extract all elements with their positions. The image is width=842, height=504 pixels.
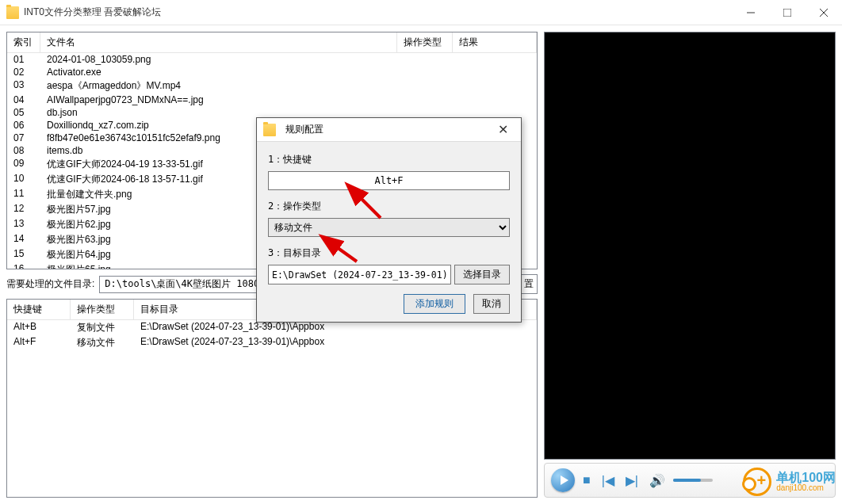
table-row[interactable]: 012024-01-08_103059.png [7,53,537,66]
dialog-titlebar[interactable]: 规则配置 ✕ [257,118,521,142]
label-hotkey: 1：快捷键 [268,153,510,166]
dialog-close-button[interactable]: ✕ [492,122,515,137]
table-row[interactable]: 04AIWallpaperjpg0723_NDMxNA==.jpg [7,94,537,106]
file-table-header: 索引 文件名 操作类型 结果 [7,32,537,53]
maximize-button[interactable] [769,0,806,25]
targetdir-input[interactable] [268,265,451,284]
play-button[interactable] [551,468,575,492]
dialog-icon [263,124,276,136]
minimize-button[interactable] [733,0,769,25]
watermark: 单机100网 danji100.com [743,468,836,496]
path-truncated-button[interactable]: 置 [520,274,538,294]
prev-button[interactable]: |◀ [599,473,618,488]
col-operation[interactable]: 操作类型 [397,32,453,52]
dialog-title: 规则配置 [285,123,323,136]
rule-config-dialog: 规则配置 ✕ 1：快捷键 2：操作类型 移动文件 3：目标目录 选择目录 添加规… [256,117,522,323]
col-hotkey[interactable]: 快捷键 [7,300,71,319]
window-title: INT0文件分类整理 吾爱破解论坛 [24,6,161,19]
col-index[interactable]: 索引 [7,32,40,52]
volume-icon[interactable]: 🔊 [646,473,668,488]
col-result[interactable]: 结果 [453,32,537,52]
table-row[interactable]: 03aespa《Armageddon》MV.mp4 [7,78,537,94]
next-button[interactable]: ▶| [622,473,641,488]
label-targetdir: 3：目标目录 [268,246,510,260]
col-filename[interactable]: 文件名 [40,32,397,52]
cancel-button[interactable]: 取消 [473,294,510,314]
col-optype[interactable]: 操作类型 [71,300,134,319]
close-button[interactable] [806,0,842,25]
optype-select[interactable]: 移动文件 [268,218,510,237]
label-optype: 2：操作类型 [268,200,510,213]
path-label: 需要处理的文件目录: [6,277,94,291]
table-row[interactable]: 02Activator.exe [7,66,537,78]
watermark-cn: 单机100网 [776,472,836,484]
rule-row[interactable]: Alt+F移动文件E:\DrawSet (2024-07-23_13-39-01… [7,335,537,350]
browse-button[interactable]: 选择目录 [454,265,510,284]
add-rule-button[interactable]: 添加规则 [404,294,465,314]
watermark-icon [743,468,771,496]
watermark-en: danji100.com [776,484,836,492]
titlebar: INT0文件分类整理 吾爱破解论坛 [0,0,842,25]
svg-rect-1 [783,9,791,17]
stop-button[interactable]: ■ [580,473,594,487]
hotkey-input[interactable] [268,171,510,190]
window-controls [733,0,842,25]
preview-pane [544,32,836,460]
rule-table[interactable]: 快捷键 操作类型 目标目录 Alt+B复制文件E:\DrawSet (2024-… [6,299,538,498]
volume-slider[interactable] [673,479,713,482]
app-icon [6,6,19,19]
